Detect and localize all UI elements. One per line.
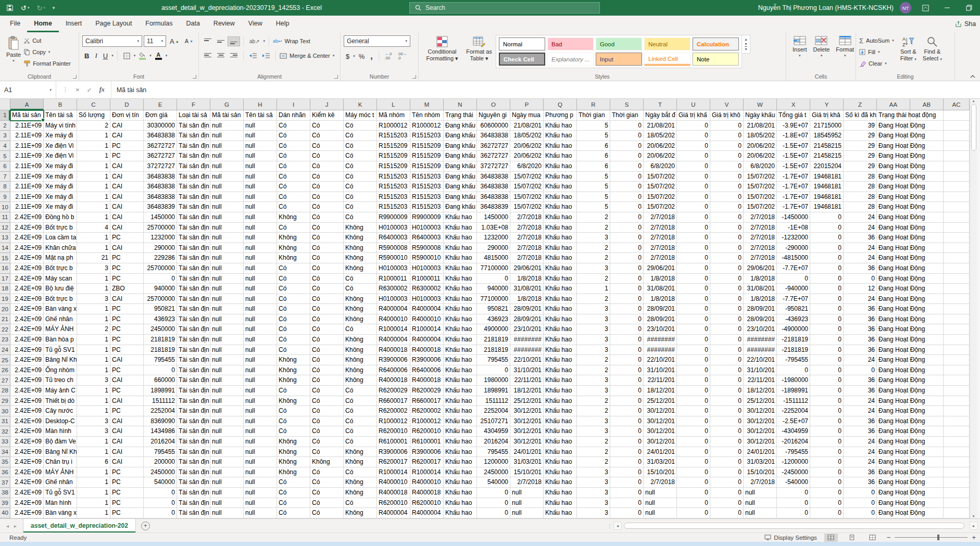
cell[interactable]: Không [277,396,310,407]
cell[interactable]: PC [110,304,144,314]
cell[interactable]: Có [344,172,377,182]
cell[interactable]: 0 [810,345,844,355]
cell[interactable]: Có [344,192,377,202]
cell[interactable]: Có [310,437,344,447]
cell[interactable]: 0 [610,508,644,518]
cell[interactable]: 2.42E+09 [10,243,44,253]
cell[interactable]: 31/10/201 [744,365,777,376]
cell[interactable]: 30/12/201 [510,426,544,437]
cell[interactable]: 21 [77,253,110,263]
cell[interactable]: 1 [77,396,110,407]
cell[interactable]: Khấu hao [444,253,477,263]
cell[interactable]: Khấu hao [444,457,477,467]
cell[interactable]: 15/07/202 [744,182,777,192]
cell[interactable]: Có [344,406,377,416]
cell[interactable]: Có [344,141,377,151]
cell[interactable]: -1.5E+07 [777,141,810,151]
cell[interactable]: 3 [577,375,610,386]
cell[interactable]: Khấu hao [444,294,477,304]
cell[interactable]: 6/8/2020 [744,161,777,172]
cell[interactable]: 940000 [144,284,177,294]
cell[interactable]: PC [110,365,144,376]
cell[interactable]: 0 [610,386,644,396]
cell[interactable]: 0 [677,437,710,447]
cell[interactable]: 2 [77,121,110,131]
cell[interactable]: 2.42E+09 [10,416,44,427]
cell[interactable]: 3 [577,324,610,335]
cell[interactable]: null [244,202,277,212]
cell[interactable]: Khấu hao [444,365,477,376]
merge-center-button[interactable]: Merge & Center ▾ [280,50,334,61]
cell[interactable] [944,161,970,172]
currency-icon[interactable]: $ [344,51,351,62]
cell[interactable]: 0 [677,375,710,386]
cell[interactable]: 0 [810,498,844,509]
cell[interactable]: Khấu hao [444,477,477,488]
cell[interactable]: null [510,488,544,498]
cell[interactable]: PC [110,345,144,355]
cell[interactable]: 0 [610,365,644,376]
cell[interactable]: R1000011 [410,274,444,284]
cell[interactable]: R6200010 [377,426,410,437]
cell[interactable]: Có [310,467,344,478]
cell[interactable]: null [244,324,277,335]
cell[interactable]: 2.11E+09 [10,192,44,202]
cell[interactable]: -1.5E+07 [777,161,810,172]
cell[interactable]: Tài sản địn [177,233,210,243]
cell[interactable]: Không [344,294,377,304]
font-color-icon[interactable]: A [153,50,164,61]
cell[interactable]: null [244,437,277,447]
cell[interactable]: Tên tài sả [244,110,277,121]
cell[interactable]: 1 [77,508,110,518]
cell[interactable]: R1000014 [410,324,444,335]
cell[interactable]: Khấu hao [544,192,577,202]
cell[interactable]: 2.42E+09 [10,314,44,325]
cell[interactable]: Đồng hồ b [44,212,77,223]
cell[interactable]: -1511112 [777,396,810,407]
style-calculation[interactable]: Calculation [693,37,739,50]
cell[interactable]: -1232000 [777,233,810,243]
style-neutral[interactable]: Neutral [644,37,690,50]
cell[interactable]: 1 [577,284,610,294]
cell[interactable]: null [644,488,677,498]
cell[interactable]: null [210,121,244,131]
cell[interactable]: 0 [710,304,744,314]
cell[interactable]: Không [277,355,310,365]
cell[interactable]: 1/8/2018 [644,274,677,284]
cell[interactable]: 6 [577,161,610,172]
increase-decimal-icon[interactable]: ←.0.00 [383,50,394,62]
cell[interactable]: 29 [844,151,877,161]
cell[interactable]: Có [277,345,310,355]
row-header-26[interactable]: 26 [0,365,10,376]
cell[interactable]: Không [277,457,310,467]
orientation-icon[interactable]: ab↗ [247,37,262,46]
cell[interactable]: 0 [710,192,744,202]
cell[interactable]: 0 [677,212,710,223]
cell[interactable]: Khấu hao [544,141,577,151]
cell[interactable]: 540000 [144,477,177,488]
cell[interactable]: CAI [110,355,144,365]
cell[interactable]: Đang khấu [444,141,477,151]
cell[interactable]: 1/8/2018 [744,274,777,284]
cell[interactable] [944,202,970,212]
cell[interactable]: 20/06/202 [644,141,677,151]
cell[interactable]: Tài sản địn [177,212,210,223]
cell[interactable]: Đang Hoạt Động [877,141,910,151]
cell[interactable]: R4000004 [410,508,444,518]
cell[interactable]: 60600000 [477,121,510,131]
cell[interactable]: 0 [677,488,710,498]
cell[interactable]: 0 [477,488,510,498]
cell[interactable]: 0 [677,233,710,243]
menu-tab-formulas[interactable]: Formulas [139,16,179,32]
cell[interactable]: Đang khấu [444,121,477,131]
cell[interactable]: 0 [144,498,177,509]
cell[interactable]: null [244,416,277,427]
cell[interactable]: 2.42E+09 [10,467,44,478]
cell[interactable]: 30/12/201 [510,406,544,416]
cell[interactable]: 4815000 [477,253,510,263]
cell[interactable]: 0 [710,335,744,345]
cell[interactable]: 2016204 [144,437,177,447]
cell[interactable]: Khấu hao [444,243,477,253]
cell[interactable] [944,375,970,386]
cell[interactable]: null [244,223,277,233]
